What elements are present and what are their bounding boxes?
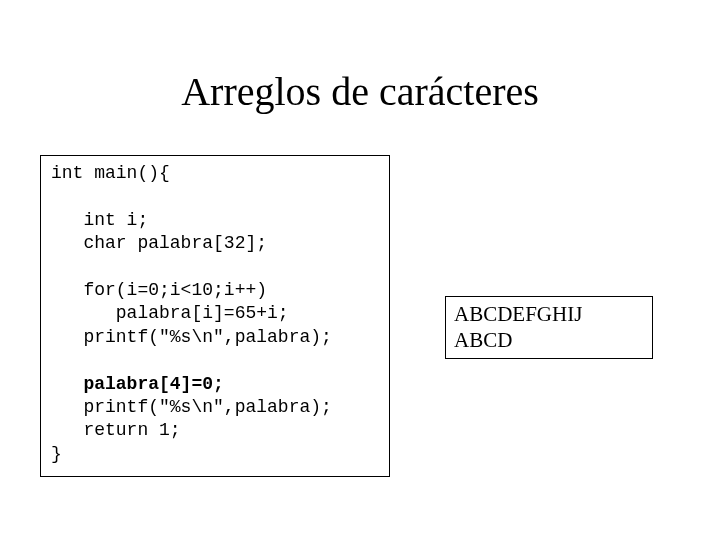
output-line: ABCDEFGHIJ	[454, 302, 582, 326]
output-line: ABCD	[454, 328, 512, 352]
code-line: palabra[i]=65+i;	[51, 303, 289, 323]
code-line: char palabra[32];	[51, 233, 267, 253]
code-box: int main(){ int i; char palabra[32]; for…	[40, 155, 390, 477]
slide: Arreglos de carácteres int main(){ int i…	[0, 0, 720, 540]
code-line: int i;	[51, 210, 148, 230]
code-line: printf("%s\n",palabra);	[51, 397, 332, 417]
code-line: }	[51, 444, 62, 464]
code-line: int main(){	[51, 163, 170, 183]
code-line: for(i=0;i<10;i++)	[51, 280, 267, 300]
code-line: return 1;	[51, 420, 181, 440]
slide-title: Arreglos de carácteres	[0, 68, 720, 115]
code-line: printf("%s\n",palabra);	[51, 327, 332, 347]
code-line-emphasis: palabra[4]=0;	[51, 374, 224, 394]
output-box: ABCDEFGHIJ ABCD	[445, 296, 653, 359]
